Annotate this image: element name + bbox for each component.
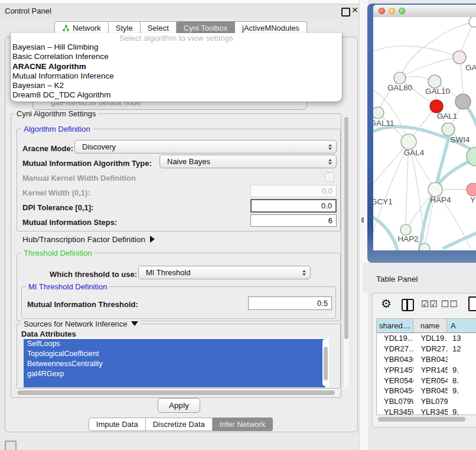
control-panel-title: Control Panel — [5, 6, 51, 15]
which-threshold-value: MI Threshold — [146, 268, 191, 277]
tab-discretize-data[interactable]: Discretize Data — [146, 418, 213, 431]
table-row[interactable]: YBR043CYBR043C — [377, 354, 476, 365]
table-column-header[interactable]: name — [413, 319, 447, 332]
data-attribute-item[interactable]: TopologicalCoefficient — [24, 349, 325, 359]
settings-horizontal-scrollbar-thumb[interactable] — [17, 390, 335, 395]
mi-steps-field[interactable]: 6 — [250, 214, 337, 227]
attributes-scrollbar[interactable] — [322, 339, 328, 386]
gear-icon[interactable]: ⚙ — [381, 298, 392, 309]
network-canvas[interactable]: GALGAL80GAL10GAL1GAL11SWI4GAL4GCY1HAP4YH… — [373, 17, 476, 250]
manual-kernel-checkbox[interactable] — [325, 172, 334, 182]
table-row[interactable]: YPR145WYPR145W9. — [377, 364, 476, 375]
table-horizontal-scrollbar-thumb[interactable] — [378, 417, 465, 422]
window-top-strip — [0, 0, 361, 4]
network-window-titlebar[interactable] — [373, 5, 476, 18]
network-node-label: GAL10 — [425, 87, 450, 96]
attributes-scrollbar-thumb[interactable] — [324, 347, 328, 380]
settings-vertical-scrollbar-thumb[interactable] — [344, 117, 348, 339]
network-node[interactable] — [428, 182, 442, 197]
algorithm-option[interactable]: Mutual Information Inference — [11, 71, 342, 81]
dpi-tolerance-field[interactable]: 0.0 — [250, 199, 337, 213]
tab-infer-network[interactable]: Infer Network — [213, 418, 273, 431]
data-attribute-item[interactable]: gal4RGexp — [24, 369, 325, 379]
network-edge[interactable] — [400, 57, 459, 78]
split-columns-icon[interactable] — [402, 299, 414, 311]
network-node[interactable] — [430, 100, 443, 113]
network-edge[interactable] — [373, 46, 459, 57]
network-node[interactable] — [455, 94, 471, 109]
aracne-mode-combo[interactable]: Discovery — [74, 140, 337, 154]
data-attributes-list[interactable]: SelfLoopsTopologicalCoefficientBetweenne… — [24, 338, 329, 387]
split-pane-handle[interactable] — [361, 217, 364, 223]
close-icon[interactable]: ✕ — [351, 5, 358, 15]
mi-threshold-label: Mutual Information Threshold: — [27, 300, 138, 309]
network-node[interactable] — [394, 72, 406, 84]
table-row[interactable]: YDR27…YDR27…12 — [377, 344, 476, 354]
select-all-checks-icon[interactable]: ☑☑ — [421, 299, 438, 309]
data-attribute-item[interactable]: SelfLoops — [24, 339, 325, 349]
table-cell: YBR043C — [377, 355, 413, 364]
network-node-label: GCY1 — [373, 197, 393, 206]
network-node[interactable] — [442, 123, 455, 136]
mi-steps-label: Mutual Information Steps: — [22, 218, 117, 227]
close-traffic-light-icon[interactable] — [379, 8, 385, 14]
apply-button[interactable]: Apply — [158, 398, 200, 413]
algorithm-option[interactable]: Basic Correlation Inference — [11, 52, 342, 61]
collapsed-panel-icon[interactable] — [5, 441, 17, 450]
algorithm-option[interactable]: Bayesian – K2 — [11, 81, 342, 90]
table-body: YDL19…YDL19…13YDR27…YDR27…12YBR043CYBR04… — [377, 333, 476, 415]
network-node[interactable] — [401, 134, 416, 149]
network-node-label: HAP2 — [397, 234, 418, 243]
table-cell: YBR045C — [377, 386, 413, 395]
table-column-header[interactable]: A — [447, 319, 476, 332]
bottom-tabs: Impute Data Discretize Data Infer Networ… — [0, 418, 361, 431]
split-pane-divider[interactable] — [359, 0, 368, 450]
hub-definition-toggle[interactable]: Hub/Transcription Factor Definition — [22, 235, 155, 244]
expanded-arrow-icon — [131, 321, 138, 326]
algorithm-option[interactable]: Bayesian – Hill Climbing — [11, 43, 342, 52]
algorithm-list: Bayesian – Hill ClimbingBasic Correlatio… — [11, 43, 342, 100]
sources-title[interactable]: Sources for Network Inference — [21, 320, 141, 328]
network-node[interactable] — [400, 224, 411, 235]
table-row[interactable]: YDL19…YDL19…13 — [377, 333, 476, 344]
node-table[interactable]: shared…nameA YDL19…YDL19…13YDR27…YDR27…1… — [376, 318, 476, 415]
deselect-all-checks-icon[interactable]: ☐☐ — [441, 299, 458, 309]
settings-vertical-scrollbar[interactable] — [343, 115, 350, 389]
document-icon[interactable] — [468, 296, 476, 311]
table-row[interactable]: YBR045CYBR045C9. — [377, 386, 476, 396]
network-node[interactable] — [428, 75, 441, 88]
table-panel-title: Table Panel — [376, 275, 418, 283]
network-edge[interactable] — [443, 231, 476, 249]
network-node[interactable] — [469, 17, 476, 27]
float-window-icon[interactable] — [341, 8, 350, 17]
data-attribute-item[interactable]: BetweennessCentrality — [24, 359, 325, 369]
network-node[interactable] — [453, 51, 466, 64]
hub-definition-label: Hub/Transcription Factor Definition — [22, 235, 145, 244]
mi-type-combo[interactable]: Naive Bayes — [159, 155, 337, 168]
table-row[interactable]: YBL079WYBL079W — [377, 396, 476, 407]
network-node[interactable] — [419, 243, 430, 250]
tab-impute-data[interactable]: Impute Data — [89, 418, 146, 431]
algorithm-option[interactable]: Dream8 DC_TDC Algorithm — [11, 90, 342, 100]
network-node-label: GAL1 — [437, 112, 458, 120]
kernel-width-field[interactable]: 0.0 — [250, 185, 337, 197]
network-node[interactable] — [373, 107, 384, 119]
data-attribute-item-partial[interactable] — [24, 379, 325, 387]
minimize-traffic-light-icon[interactable] — [389, 8, 395, 14]
algorithm-option[interactable]: ARACNE Algorithm — [11, 62, 342, 71]
network-node[interactable] — [467, 183, 476, 196]
zoom-traffic-light-icon[interactable] — [399, 8, 405, 14]
table-column-header[interactable]: shared… — [377, 319, 413, 332]
settings-horizontal-scrollbar[interactable] — [15, 389, 340, 397]
aracne-mode-value: Discovery — [82, 142, 116, 151]
table-cell: YDL19… — [413, 334, 448, 343]
algorithm-placeholder: Select algorithm to view settings — [11, 34, 342, 43]
mi-threshold-field[interactable]: 0.5 — [248, 296, 332, 310]
which-threshold-label: Which threshold to use: — [50, 270, 137, 279]
control-panel-titlebar: Control Panel ✕ — [0, 4, 361, 18]
table-row[interactable]: YER054CYER054C8. — [377, 375, 476, 386]
table-cell: 9. — [448, 407, 476, 415]
table-row[interactable]: YLR345WYLR345W9. — [377, 407, 476, 415]
which-threshold-combo[interactable]: MI Threshold — [138, 266, 311, 279]
table-horizontal-scrollbar[interactable] — [377, 416, 475, 422]
